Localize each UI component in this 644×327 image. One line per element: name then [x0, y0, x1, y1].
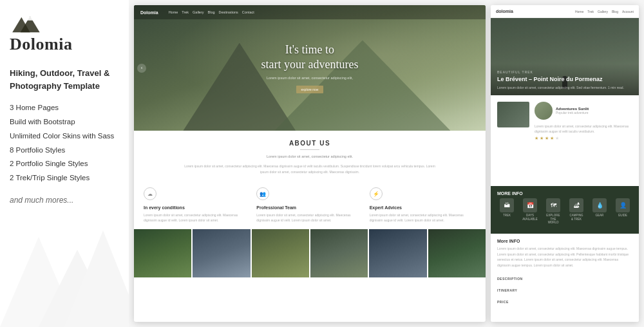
- blog-entry-thumbnail: [497, 102, 529, 127]
- hero-nav-bar: Dolomia Home Trek Gallery Blog Destinati…: [134, 5, 486, 19]
- main-content: Dolomia Home Trek Gallery Blog Destinati…: [129, 0, 644, 327]
- more-info-section: MORE INFO 🏔 TREK 📅 DAYS AVAILABLE 🗺 EXPL…: [491, 186, 639, 234]
- days-label: DAYS AVAILABLE: [522, 214, 538, 221]
- blog-nav-item-2[interactable]: Gallery: [598, 10, 608, 14]
- tag-label-1: ITINERARY: [497, 288, 517, 292]
- tagline-text: Hiking, Outdoor, Travel & Photography Te…: [10, 67, 119, 92]
- article-tags: DESCRIPTION ITINERARY PRICE: [497, 271, 632, 306]
- info-block-0: 🏔 TREK: [497, 198, 516, 225]
- feature-text-0: Lorem ipsum dolor sit amet, consectetur …: [144, 212, 250, 223]
- nav-items: Home Trek Gallery Blog Destinations Cont…: [169, 10, 254, 14]
- star-5: ★: [555, 136, 559, 141]
- blog-hero-content: BEAUTIFUL TREK Le Brévent – Point Noire …: [491, 64, 639, 95]
- feature-icon-1: 👥: [256, 187, 269, 200]
- feature-title-2: Expert Advices: [370, 205, 476, 210]
- tagline: Hiking, Outdoor, Travel & Photography Te…: [10, 67, 119, 92]
- blog-entry-excerpt: Lorem ipsum dolor sit amet, consectetur …: [535, 124, 632, 134]
- stars-rating: ★ ★ ★ ★ ★: [535, 136, 632, 141]
- days-icon: 📅: [523, 198, 537, 212]
- camping-icon: 🏕: [569, 198, 583, 212]
- hero-title: It's time to start your adventures: [261, 42, 359, 73]
- features-row: ☁ In every conditions Lorem ipsum dolor …: [134, 181, 486, 229]
- nav-item-4[interactable]: Destinations: [219, 10, 238, 14]
- info-block-4: 💧 GEAR: [590, 198, 609, 225]
- blog-hero-image: BEAUTIFUL TREK Le Brévent – Point Noire …: [491, 18, 639, 95]
- more-info-icons: 🏔 TREK 📅 DAYS AVAILABLE 🗺 EXPLORE THE WO…: [497, 198, 632, 225]
- sidebar-background: [0, 198, 129, 327]
- feature-icon-0: ☁: [144, 187, 156, 200]
- explore-icon: 🗺: [546, 198, 560, 212]
- logo-area: Dolomia: [10, 13, 119, 54]
- prev-arrow-icon[interactable]: ‹: [137, 64, 146, 73]
- blog-nav-item-4[interactable]: Account: [622, 10, 634, 14]
- brand-name: Dolomia: [10, 35, 119, 54]
- blog-nav-item-1[interactable]: Trek: [587, 10, 594, 14]
- article-title: More INFO: [497, 239, 632, 243]
- tag-label-0: DESCRIPTION: [497, 277, 523, 281]
- blog-content: Adventures Sunlit Popular trek adventure…: [491, 95, 639, 186]
- features-list: 3 Home Pages Build with Bootstrap Unlimi…: [10, 101, 119, 185]
- blog-nav-item-0[interactable]: Home: [575, 10, 583, 14]
- feature-item-0: ☁ In every conditions Lorem ipsum dolor …: [144, 187, 250, 223]
- author-role: Popular trek adventure: [556, 111, 589, 115]
- blog-post-meta: Lorem ipsum dolor sit amet, consectetur …: [497, 86, 632, 91]
- gallery-item-5: [428, 229, 486, 277]
- blog-nav-items: Home Trek Gallery Blog Account: [575, 10, 634, 14]
- blog-entry-info: Adventures Sunlit Popular trek adventure…: [535, 102, 632, 141]
- about-divider: [300, 149, 319, 150]
- blog-post-category: BEAUTIFUL TREK: [497, 70, 632, 74]
- feature-text-2: Lorem ipsum dolor sit amet, consectetur …: [370, 212, 476, 223]
- feature-item-1: Build with Bootstrap: [10, 115, 119, 129]
- and-more-text: and much mores...: [10, 196, 119, 205]
- blog-entry-author: Adventures Sunlit Popular trek adventure: [535, 102, 632, 120]
- about-subtitle: Lorem ipsum dolor sit amet, consectetur …: [187, 154, 432, 160]
- gallery-item-2: [252, 229, 309, 277]
- info-block-3: 🏕 CAMPING & TREK: [567, 198, 586, 225]
- tag-label-2: PRICE: [497, 300, 509, 304]
- nav-item-5[interactable]: Contact: [242, 10, 254, 14]
- feature-item-0: 3 Home Pages: [10, 101, 119, 115]
- right-preview: dolomia Home Trek Gallery Blog Account B…: [491, 5, 639, 322]
- feature-title-1: Professional Team: [256, 205, 363, 210]
- info-block-2: 🗺 EXPLORE THE WORLD: [544, 198, 563, 225]
- gallery-item-4: [369, 229, 426, 277]
- blog-nav-item-3[interactable]: Blog: [612, 10, 618, 14]
- nav-item-3[interactable]: Blog: [208, 10, 215, 14]
- article-section: More INFO Lorem ipsum dolor sit amet, co…: [491, 234, 639, 322]
- feature-text-1: Lorem ipsum dolor sit amet, consectetur …: [256, 212, 363, 223]
- trek-icon: 🏔: [500, 198, 514, 212]
- feature-item-2: ⚡ Expert Advices Lorem ipsum dolor sit a…: [370, 187, 476, 223]
- gallery-row: [134, 229, 486, 277]
- feature-item-1: 👥 Professional Team Lorem ipsum dolor si…: [256, 187, 363, 223]
- feature-item-3: 8 Portfolio Styles: [10, 144, 119, 158]
- blog-nav: dolomia Home Trek Gallery Blog Account: [491, 5, 639, 18]
- gallery-item-0: [134, 229, 191, 277]
- author-details: Adventures Sunlit Popular trek adventure: [556, 107, 589, 115]
- blog-logo: dolomia: [496, 9, 513, 14]
- sidebar: Dolomia Hiking, Outdoor, Travel & Photog…: [0, 0, 129, 327]
- trek-label: TREK: [503, 214, 511, 218]
- svg-marker-5: [26, 16, 34, 21]
- hero-section: Dolomia Home Trek Gallery Blog Destinati…: [134, 5, 486, 131]
- gear-icon: 💧: [592, 198, 607, 212]
- about-section: ABOUT US Lorem ipsum dolor sit amet, con…: [134, 131, 486, 181]
- nav-item-0[interactable]: Home: [169, 10, 178, 14]
- feature-item-2: Unlimited Color Skins with Sass: [10, 129, 119, 144]
- feature-icon-2: ⚡: [370, 187, 383, 200]
- feature-title-0: In every conditions: [144, 205, 250, 210]
- camping-label: CAMPING & TREK: [569, 214, 583, 221]
- nav-item-2[interactable]: Gallery: [193, 10, 204, 14]
- star-3: ★: [545, 136, 549, 141]
- about-description: Lorem ipsum dolor sit amet, consectetur …: [181, 164, 439, 174]
- guide-icon: 👤: [616, 198, 630, 212]
- center-preview: Dolomia Home Trek Gallery Blog Destinati…: [134, 5, 486, 322]
- nav-item-1[interactable]: Trek: [182, 10, 189, 14]
- hero-cta-button[interactable]: explore now: [296, 86, 324, 93]
- star-4: ★: [550, 136, 554, 141]
- author-avatar: [535, 102, 553, 120]
- info-block-5: 👤 GUIDE: [613, 198, 632, 225]
- blog-post-title: Le Brévent – Point Noire du Pormenaz: [497, 76, 632, 84]
- gear-label: GEAR: [596, 214, 604, 218]
- feature-item-5: 2 Trek/Trip Single Styles: [10, 171, 119, 185]
- more-info-title: MORE INFO: [497, 191, 632, 196]
